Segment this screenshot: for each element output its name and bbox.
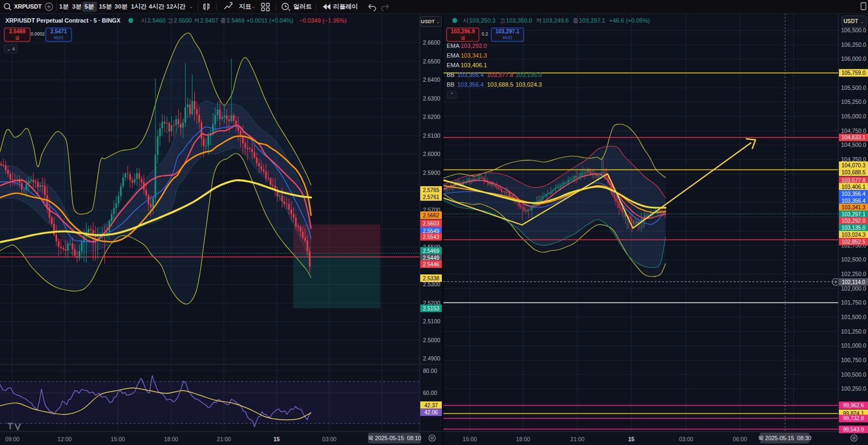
svg-text:고: 고	[167, 17, 173, 24]
svg-text:0.0002: 0.0002	[31, 31, 45, 37]
svg-text:지표: 지표	[238, 3, 251, 10]
svg-text:0.2: 0.2	[482, 31, 488, 37]
svg-text:103,406.1: 103,406.1	[461, 62, 487, 68]
svg-text:2.6200: 2.6200	[423, 114, 440, 120]
svg-text:BB: BB	[447, 81, 455, 88]
svg-text:2.6100: 2.6100	[423, 132, 440, 139]
svg-text:BB: BB	[447, 72, 455, 78]
svg-text:⌄ 4: ⌄ 4	[6, 46, 15, 52]
svg-text:106,500.0: 106,500.0	[841, 27, 866, 33]
svg-text:103,297.1: 103,297.1	[842, 211, 866, 217]
svg-text:2.5449: 2.5449	[423, 255, 440, 261]
svg-text:시: 시	[141, 17, 147, 24]
svg-text:2.5549: 2.5549	[423, 228, 440, 234]
svg-text:12:00: 12:00	[58, 436, 72, 442]
svg-text:15:00: 15:00	[111, 436, 125, 442]
svg-text:+46.6 (+0.05%): +46.6 (+0.05%)	[609, 17, 650, 24]
svg-text:101,500.0: 101,500.0	[841, 314, 866, 320]
svg-text:종: 종	[220, 17, 226, 24]
svg-text:EMA: EMA	[447, 52, 460, 59]
svg-text:103,292.0: 103,292.0	[461, 43, 487, 49]
svg-text:EMA: EMA	[447, 43, 460, 49]
svg-text:바이: 바이	[503, 35, 512, 40]
svg-text:21:00: 21:00	[570, 436, 584, 442]
svg-text:종: 종	[573, 17, 578, 24]
svg-text:⌃: ⌃	[450, 92, 454, 97]
svg-text:101,000.0: 101,000.0	[841, 342, 866, 349]
svg-text:2.6500: 2.6500	[423, 58, 440, 65]
svg-text:2.5153: 2.5153	[423, 306, 440, 312]
svg-text:103,341.3: 103,341.3	[461, 52, 487, 59]
svg-text:목 2025-05-15 08:30: 목 2025-05-15 08:30	[758, 435, 811, 441]
svg-text:2.5460: 2.5460	[147, 17, 166, 24]
svg-text:+0.0011 (+0.04%): +0.0011 (+0.04%)	[246, 17, 293, 24]
svg-text:2.5100: 2.5100	[423, 318, 440, 324]
svg-text:09:00: 09:00	[5, 436, 19, 442]
svg-text:EMA: EMA	[447, 62, 460, 68]
svg-text:2.6400: 2.6400	[423, 76, 440, 83]
svg-text:USDT: USDT	[843, 18, 858, 24]
svg-text:1시간: 1시간	[131, 3, 147, 10]
svg-text:2.5446: 2.5446	[423, 262, 440, 267]
svg-text:103,297.1: 103,297.1	[496, 29, 520, 34]
svg-text:2.6600: 2.6600	[423, 39, 440, 46]
svg-text:42.37: 42.37	[424, 402, 437, 408]
svg-text:03:00: 03:00	[322, 436, 336, 442]
svg-text:2.5000: 2.5000	[423, 337, 440, 343]
svg-text:99,962.6: 99,962.6	[843, 402, 864, 408]
svg-text:2.5662: 2.5662	[423, 213, 440, 218]
svg-text:102,114.0: 102,114.0	[842, 279, 865, 285]
svg-text:103,296.9: 103,296.9	[451, 29, 475, 34]
svg-text:고: 고	[499, 17, 505, 24]
svg-text:103,135.0: 103,135.0	[842, 225, 866, 231]
svg-text:103,024.3: 103,024.3	[842, 232, 866, 238]
svg-text:103,577.8: 103,577.8	[842, 178, 866, 183]
svg-text:60.00: 60.00	[423, 390, 437, 396]
svg-text:42.06: 42.06	[424, 409, 437, 415]
svg-text:102,000.0: 102,000.0	[841, 285, 866, 292]
svg-text:2.5338: 2.5338	[423, 276, 440, 281]
svg-text:2.6000: 2.6000	[423, 151, 440, 157]
svg-text:103,406.1: 103,406.1	[842, 184, 866, 190]
svg-text:2.5469: 2.5469	[227, 17, 245, 24]
svg-text:18:00: 18:00	[516, 436, 530, 442]
svg-text:104,750.0: 104,750.0	[841, 128, 866, 134]
svg-text:21:00: 21:00	[217, 436, 231, 442]
svg-text:06:00: 06:00	[733, 436, 747, 442]
svg-text:30분: 30분	[115, 3, 128, 10]
svg-text:2.5765: 2.5765	[423, 187, 440, 193]
svg-text:105,000.0: 105,000.0	[841, 113, 866, 119]
svg-text:2.5469: 2.5469	[9, 29, 26, 34]
svg-text:105,759.0: 105,759.0	[842, 70, 866, 76]
svg-text:106,000.0: 106,000.0	[841, 55, 866, 62]
svg-text:105,250.0: 105,250.0	[841, 98, 866, 105]
svg-text:15분: 15분	[99, 3, 112, 10]
svg-text:⌄: ⌄	[354, 3, 358, 9]
svg-text:103,297.1: 103,297.1	[579, 17, 605, 24]
svg-text:2.5457: 2.5457	[200, 17, 218, 24]
svg-text:103,688.5: 103,688.5	[842, 169, 866, 175]
svg-text:⌄: ⌄	[436, 19, 440, 24]
svg-text:15: 15	[273, 436, 280, 442]
svg-text:15:00: 15:00	[463, 436, 477, 442]
svg-text:106,250.0: 106,250.0	[841, 41, 866, 48]
svg-text:XRPUSDT: XRPUSDT	[14, 3, 42, 10]
svg-text:100,250.0: 100,250.0	[841, 385, 866, 392]
svg-text:18:00: 18:00	[164, 436, 178, 442]
svg-text:99,543.9: 99,543.9	[843, 427, 864, 433]
svg-text:03:00: 03:00	[679, 436, 693, 442]
svg-text:104,070.3: 104,070.3	[842, 163, 866, 168]
svg-text:102,852.5: 102,852.5	[842, 239, 866, 245]
svg-text:2.4900: 2.4900	[423, 355, 440, 362]
svg-text:103,341.3: 103,341.3	[842, 204, 866, 210]
svg-text:99,732.8: 99,732.8	[843, 415, 864, 421]
svg-text:2.5761: 2.5761	[423, 194, 440, 200]
svg-text:USDT: USDT	[421, 18, 435, 24]
svg-text:102,500.0: 102,500.0	[841, 256, 866, 263]
svg-text:4시간: 4시간	[149, 3, 165, 10]
svg-text:2.5469: 2.5469	[423, 248, 440, 254]
svg-text:103,356.4: 103,356.4	[842, 198, 866, 204]
svg-text:저: 저	[194, 17, 200, 24]
svg-text:2.5900: 2.5900	[423, 169, 440, 176]
svg-text:−0.0349 (−1.35%): −0.0349 (−1.35%)	[299, 17, 347, 24]
